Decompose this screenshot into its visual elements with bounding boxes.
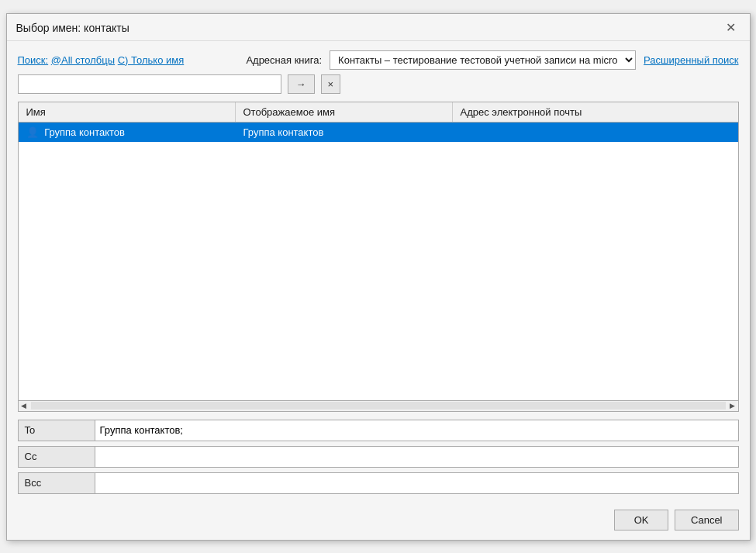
search-go-button[interactable]: → [288,74,315,94]
table-row[interactable]: 👤 Группа контактов Группа контактов [19,123,738,142]
advanced-search-button[interactable]: Расширенный поиск [644,54,738,66]
search-text: Поиск: [18,54,49,66]
scroll-left-arrow[interactable]: ◀ [19,400,29,411]
column-email: Адрес электронной почты [453,102,738,122]
address-book-select[interactable]: Контакты – тестирование тестовой учетной… [330,50,636,70]
address-book-row: Адресная книга: Контакты – тестирование … [246,50,738,70]
search-row: Поиск: @All столбцы С) Только имя [18,54,185,66]
cell-name: 👤 Группа контактов [19,123,236,142]
bcc-button[interactable]: Bcc [18,472,95,494]
ok-button[interactable]: OK [614,510,668,531]
bcc-input[interactable] [95,472,739,494]
contact-icon: 👤 [26,126,39,138]
contacts-table: Имя Отображаемое имя Адрес электронной п… [18,102,739,412]
to-field-row: To [18,420,739,441]
to-button[interactable]: To [18,420,95,441]
cc-field-row: Cc [18,446,739,468]
fields-section: To Cc Bcc [18,420,739,494]
bcc-field-row: Bcc [18,472,739,494]
cell-email [453,123,738,142]
to-input[interactable] [95,420,739,441]
column-display-name: Отображаемое имя [236,102,453,122]
dialog-title: Выбор имен: контакты [16,22,129,34]
table-header: Имя Отображаемое имя Адрес электронной п… [19,102,738,123]
address-book-label: Адресная книга: [246,54,322,66]
dialog-window: Выбор имен: контакты ✕ Поиск: @All столб… [6,13,751,541]
cc-button[interactable]: Cc [18,446,95,468]
cc-input[interactable] [95,446,739,468]
table-body: 👤 Группа контактов Группа контактов [19,123,738,400]
scroll-track[interactable] [31,402,726,410]
search-clear-button[interactable]: × [321,74,341,94]
dialog-footer: OK Cancel [7,503,750,540]
scroll-right-arrow[interactable]: ▶ [727,400,738,411]
search-input-row: → × [18,74,739,94]
dialog-body: Поиск: @All столбцы С) Только имя Адресн… [7,41,750,503]
column-name: Имя [19,102,236,122]
top-rows: Поиск: @All столбцы С) Только имя Адресн… [18,50,739,94]
horizontal-scrollbar: ◀ ▶ [19,400,738,411]
title-bar: Выбор имен: контакты ✕ [7,14,750,41]
scope-link[interactable]: @All столбцы [51,54,115,66]
cell-display-name: Группа контактов [236,123,453,142]
search-address-row: Поиск: @All столбцы С) Только имя Адресн… [18,50,739,70]
cancel-button[interactable]: Cancel [675,510,738,531]
search-input[interactable] [18,74,281,94]
close-button[interactable]: ✕ [721,20,740,36]
search-label: Поиск: @All столбцы С) Только имя [18,54,185,66]
scope-extra: С) Только имя [118,54,184,66]
